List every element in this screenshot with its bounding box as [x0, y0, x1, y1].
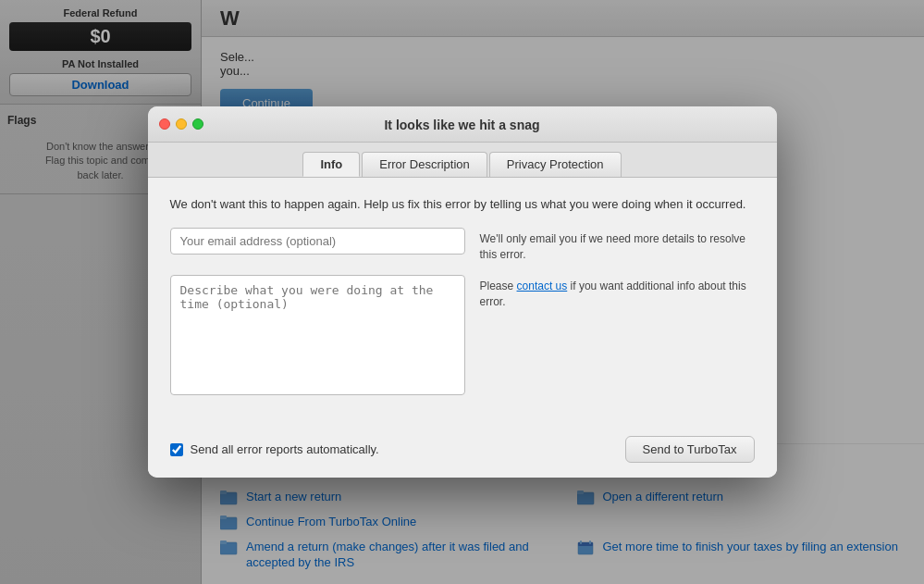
- tab-privacy-protection[interactable]: Privacy Protection: [489, 152, 622, 177]
- tab-info[interactable]: Info: [302, 152, 360, 177]
- modal-overlay: It looks like we hit a snag Info Error D…: [0, 0, 924, 584]
- auto-report-label: Send all error reports automatically.: [191, 442, 379, 456]
- minimize-button[interactable]: [176, 118, 187, 130]
- tab-error-description[interactable]: Error Description: [362, 152, 487, 177]
- contact-us-link[interactable]: contact us: [517, 280, 568, 292]
- modal-title: It looks like we hit a snag: [384, 118, 539, 132]
- modal-body: We don't want this to happen again. Help…: [148, 178, 777, 428]
- modal-intro-text: We don't want this to happen again. Help…: [170, 196, 755, 213]
- traffic-lights: [159, 118, 203, 130]
- description-hint: Please contact us if you want additional…: [480, 275, 755, 310]
- email-input[interactable]: [170, 228, 465, 255]
- close-button[interactable]: [159, 118, 170, 130]
- auto-report-row: Send all error reports automatically.: [170, 442, 379, 456]
- modal-titlebar: It looks like we hit a snag: [148, 106, 777, 143]
- modal-footer: Send all error reports automatically. Se…: [148, 427, 777, 478]
- description-row: Please contact us if you want additional…: [170, 275, 755, 395]
- modal-tabs: Info Error Description Privacy Protectio…: [148, 143, 777, 178]
- auto-report-checkbox[interactable]: [170, 443, 183, 456]
- send-to-turbotax-button[interactable]: Send to TurboTax: [625, 436, 755, 463]
- error-modal: It looks like we hit a snag Info Error D…: [148, 106, 777, 478]
- description-textarea[interactable]: [170, 275, 465, 395]
- email-row: We'll only email you if we need more det…: [170, 228, 755, 263]
- maximize-button[interactable]: [192, 118, 203, 130]
- email-hint: We'll only email you if we need more det…: [480, 228, 755, 263]
